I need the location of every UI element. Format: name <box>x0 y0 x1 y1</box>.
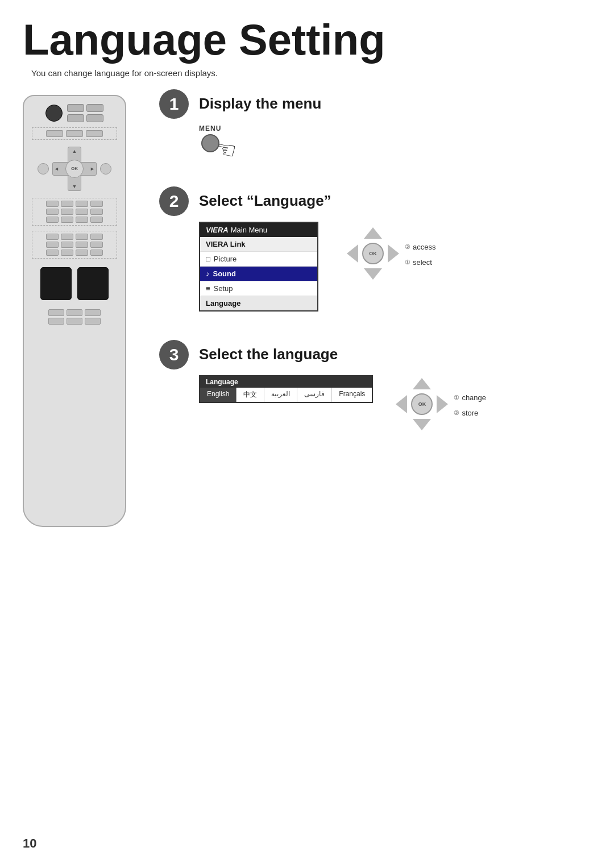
step3-block: 3 Select the language Language English <box>159 340 591 430</box>
remote-btn-g3[interactable] <box>76 201 88 207</box>
remote-btn-g7[interactable] <box>76 209 88 215</box>
lang-arabic[interactable]: العربية <box>264 388 297 402</box>
page-number: 10 <box>23 836 36 851</box>
remote-btn-circle1[interactable] <box>45 105 63 122</box>
language-bar-header: Language <box>200 376 372 388</box>
step2-nav-pad: OK <box>347 227 399 280</box>
remote-btn-h5[interactable] <box>46 242 59 248</box>
nav2-right[interactable] <box>388 244 399 263</box>
page-title: Language Setting <box>0 0 614 68</box>
remote-btn-b3[interactable] <box>85 309 101 316</box>
remote-btn-g5[interactable] <box>46 209 59 215</box>
step3-header: 3 Select the language <box>159 340 591 369</box>
remote-btn-h10[interactable] <box>61 250 73 256</box>
lang-french[interactable]: Français <box>332 388 372 402</box>
menu-header-text: Main Menu <box>231 226 267 234</box>
nav2-down[interactable] <box>364 268 382 280</box>
nav2-ok-label: OK <box>369 251 377 256</box>
remote-dpad-area: ▲ ▼ ◄ ► OK <box>38 147 111 191</box>
change-annotation: ① change <box>454 393 486 402</box>
remote-btn-h4[interactable] <box>90 234 103 240</box>
lang-chinese[interactable]: 中文 <box>237 388 264 402</box>
menu-icon-area: MENU ☞ <box>199 124 221 152</box>
remote-btn-h12[interactable] <box>90 250 103 256</box>
remote-btn-d1[interactable] <box>46 130 63 137</box>
store-label: store <box>462 409 478 417</box>
remote-btn-g12[interactable] <box>90 217 103 223</box>
remote-btn-h1[interactable] <box>46 234 59 240</box>
remote-btn-b6[interactable] <box>85 318 101 325</box>
remote-dashed-3 <box>32 231 117 259</box>
step2-circle: 2 <box>159 186 189 216</box>
nav3-down[interactable] <box>413 419 431 430</box>
menu-item-sound: ♪ Sound <box>200 267 317 281</box>
remote-dpad: ▲ ▼ ◄ ► OK <box>52 147 97 191</box>
nav3-ok-label: OK <box>418 401 426 407</box>
dpad-ok-label: OK <box>71 166 78 171</box>
remote-btn-h8[interactable] <box>90 242 103 248</box>
step3-annotations: ① change ② store <box>454 391 486 417</box>
remote-bottom-grid <box>48 309 101 325</box>
remote-btn-g9[interactable] <box>46 217 59 223</box>
remote-side-btn-left[interactable] <box>38 163 49 175</box>
dpad-ok[interactable]: OK <box>65 160 84 178</box>
access-annotation: ② access <box>405 243 435 251</box>
remote-btn-g8[interactable] <box>90 209 103 215</box>
nav2-ok[interactable]: OK <box>362 243 384 264</box>
menu-item-language: Language <box>200 296 317 310</box>
remote-btn-b5[interactable] <box>67 318 82 325</box>
remote-btn-g10[interactable] <box>61 217 73 223</box>
remote-btn-r3[interactable] <box>67 114 84 122</box>
nav3-right[interactable] <box>437 395 448 413</box>
remote-btn-r4[interactable] <box>86 114 103 122</box>
step1-circle: 1 <box>159 89 189 119</box>
remote-btn-g4[interactable] <box>90 201 103 207</box>
remote-btn-h9[interactable] <box>46 250 59 256</box>
step3-circle: 3 <box>159 340 189 369</box>
remote-btn-h3[interactable] <box>76 234 88 240</box>
step3-content: Language English 中文 العربية <box>199 375 591 430</box>
remote-btn-r1[interactable] <box>67 104 84 112</box>
remote-big-btn-right[interactable] <box>77 267 109 300</box>
step1-header: 1 Display the menu <box>159 89 591 119</box>
remote-btn-d3[interactable] <box>86 130 103 137</box>
remote-btn-h2[interactable] <box>61 234 73 240</box>
remote-btn-h7[interactable] <box>76 242 88 248</box>
lang-english[interactable]: English <box>200 388 237 402</box>
remote-btn-h11[interactable] <box>76 250 88 256</box>
remote-btn-b1[interactable] <box>48 309 64 316</box>
remote-btn-b4[interactable] <box>48 318 64 325</box>
remote-btn-h6[interactable] <box>61 242 73 248</box>
main-menu-box: VIERA Main Menu VIERA Link □ Picture <box>199 222 318 312</box>
nav2-left[interactable] <box>347 244 358 263</box>
remote-btn-g1[interactable] <box>46 201 59 207</box>
remote-big-btn-left[interactable] <box>40 267 72 300</box>
menu-item-picture: □ Picture <box>200 252 317 267</box>
step3-nav-area: OK ① change ② store <box>396 378 486 430</box>
lang-farsi[interactable]: فارسی <box>297 388 332 402</box>
remote-big-btn-area <box>40 267 109 300</box>
remote-btn-g2[interactable] <box>61 201 73 207</box>
remote-btn-d2[interactable] <box>66 130 83 137</box>
remote-btn-g6[interactable] <box>61 209 73 215</box>
picture-icon: □ <box>206 255 210 263</box>
page-subtitle: You can change language for on-screen di… <box>0 68 614 89</box>
menu-item-setup: ≡ Setup <box>200 281 317 296</box>
menu-box-header: VIERA Main Menu <box>200 223 317 237</box>
remote-body: ▲ ▼ ◄ ► OK <box>23 95 126 527</box>
remote-btn-b2[interactable] <box>67 309 82 316</box>
remote-btn-g11[interactable] <box>76 217 88 223</box>
setup-icon: ≡ <box>206 284 210 293</box>
step2-title: Select “Language” <box>199 192 331 210</box>
menu-label: MENU <box>199 124 221 132</box>
remote-btn-r2[interactable] <box>86 104 103 112</box>
remote-side-btn-right[interactable] <box>100 163 111 175</box>
change-label: change <box>462 393 486 402</box>
nav3-left[interactable] <box>396 395 407 413</box>
nav3-up[interactable] <box>413 378 431 389</box>
access-label: access <box>413 243 435 251</box>
nav2-up[interactable] <box>364 227 382 239</box>
main-layout: ▲ ▼ ◄ ► OK <box>0 89 614 527</box>
nav3-ok[interactable]: OK <box>411 393 433 415</box>
menu-button-icon: ☞ <box>201 134 219 152</box>
